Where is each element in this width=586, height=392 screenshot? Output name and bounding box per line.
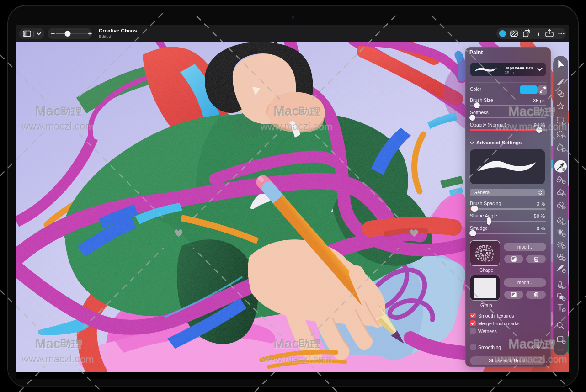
svg-text:i: i (538, 30, 539, 37)
